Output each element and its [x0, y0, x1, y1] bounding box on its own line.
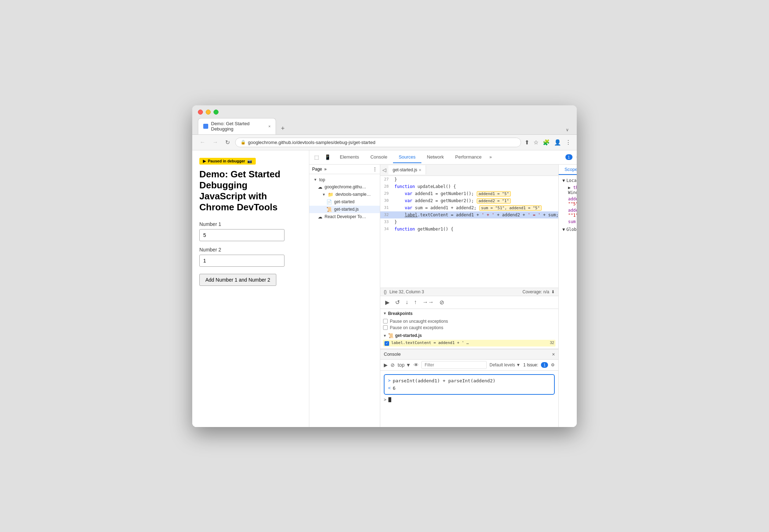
- tree-item-devtools-sample[interactable]: ▼ 📁 devtools-sample…: [309, 191, 380, 198]
- code-line-33: 33 }: [380, 218, 558, 226]
- device-toolbar-icon[interactable]: 📱: [322, 153, 333, 161]
- tab-performance[interactable]: Performance: [449, 151, 487, 163]
- tree-item-top[interactable]: ▼ top: [309, 176, 380, 183]
- braces-icon[interactable]: {}: [384, 289, 387, 294]
- browser-tab-active[interactable]: Demo: Get Started Debugging ×: [198, 118, 276, 134]
- tree-item-github[interactable]: ☁ googlechrome.githu…: [309, 183, 380, 191]
- bp-caught-checkbox[interactable]: [383, 325, 388, 330]
- traffic-light-red[interactable]: [198, 110, 203, 115]
- paused-play-icon: ▶: [203, 159, 206, 164]
- step-over-button[interactable]: ↺: [394, 298, 401, 306]
- address-field[interactable]: 🔒 googlechrome.github.io/devtools-sample…: [235, 138, 521, 147]
- bp-uncaught-label: Pause on uncaught exceptions: [390, 319, 448, 324]
- console-eye-icon[interactable]: 👁: [414, 362, 419, 368]
- code-tab-close[interactable]: ✕: [419, 168, 421, 172]
- tree-item-react[interactable]: ☁ React Developer To…: [309, 213, 380, 221]
- scope-tabs: Scope Watch: [559, 165, 577, 175]
- scope-global-header[interactable]: ▼ Global Window: [562, 227, 577, 232]
- step-button[interactable]: →→: [421, 298, 435, 306]
- console-context-label: top: [398, 362, 404, 368]
- settings-icon[interactable]: ⚙: [574, 153, 577, 162]
- console-block-icon[interactable]: ⊘: [391, 362, 395, 368]
- tab-elements[interactable]: Elements: [334, 151, 365, 163]
- console-filter-input[interactable]: [421, 361, 487, 369]
- scope-addend2-item: addend2 : "1": [562, 207, 577, 218]
- address-text: googlechrome.github.io/devtools-samples/…: [248, 140, 375, 145]
- bp-arrow-icon[interactable]: ▼: [383, 311, 387, 315]
- breakpoints-panel: ▼ Breakpoints Pause on uncaught exceptio…: [380, 309, 558, 349]
- sources-more-button[interactable]: »: [324, 167, 327, 172]
- console-cmd-entry: > parseInt(addend1) + parseInt(addend2): [388, 377, 551, 384]
- devtools-topbar: ⬚ 📱 Elements Console Sources Network Per…: [309, 150, 577, 165]
- bp-caught-label: Pause on caught exceptions: [390, 325, 443, 330]
- scope-tab-scope[interactable]: Scope: [559, 165, 577, 175]
- share-icon[interactable]: ⬆: [525, 139, 529, 146]
- bp-file-arrow-icon[interactable]: ▼: [383, 334, 387, 338]
- inspector-icon[interactable]: ⬚: [312, 153, 321, 161]
- tab-close-button[interactable]: ×: [269, 124, 271, 128]
- console-default-levels[interactable]: Default levels ▼: [489, 362, 520, 367]
- bp-caught[interactable]: Pause on caught exceptions: [383, 325, 555, 331]
- bp-file-entry[interactable]: label.textContent = addend1 + ' … 32: [383, 340, 555, 347]
- page-label[interactable]: Page: [312, 167, 322, 172]
- extensions-icon[interactable]: 🧩: [543, 139, 550, 146]
- code-line-34: 34 function getNumber1() {: [380, 226, 558, 233]
- code-tab-getstarted-js[interactable]: get-started.js ✕: [388, 165, 426, 174]
- webpage-panel: ▶ Paused in debugger 📷 Demo: Get Started…: [192, 150, 309, 427]
- code-tab-filename: get-started.js: [393, 167, 417, 172]
- tab-network[interactable]: Network: [421, 151, 450, 163]
- tree-getstartedjs-label: get-started.js: [334, 207, 359, 212]
- breakpoints-title: Breakpoints: [388, 311, 413, 316]
- scope-local-header[interactable]: ▼ Local: [562, 178, 577, 183]
- code-nav-left[interactable]: ◁: [380, 166, 388, 174]
- step-into-button[interactable]: ↓: [404, 298, 410, 306]
- console-input-row[interactable]: >: [384, 396, 555, 403]
- console-close-button[interactable]: ×: [552, 351, 555, 357]
- step-out-button[interactable]: ↑: [413, 298, 418, 306]
- number2-label: Number 2: [199, 247, 302, 253]
- console-context-selector[interactable]: top ▼: [398, 362, 411, 368]
- scope-sum-item: sum : "51": [562, 218, 577, 225]
- devtools-panel: ⬚ 📱 Elements Console Sources Network Per…: [309, 150, 577, 427]
- tab-console[interactable]: Console: [365, 151, 393, 163]
- bp-uncaught-checkbox[interactable]: [383, 319, 388, 323]
- console-issue-badge: 1: [541, 362, 548, 368]
- traffic-light-green[interactable]: [214, 110, 218, 115]
- console-issue-count[interactable]: 1 Issue: 1: [523, 362, 548, 368]
- traffic-light-yellow[interactable]: [206, 110, 211, 115]
- code-area[interactable]: 27 } 28 function updateLabel() { 29 var …: [380, 176, 558, 288]
- tab-menu-button[interactable]: ∨: [564, 125, 571, 134]
- console-resume-icon[interactable]: ▶: [384, 362, 388, 368]
- code-line-29: 29 var addend1 = getNumber1();addend1 = …: [380, 190, 558, 197]
- code-editor-area: ◁ get-started.js ✕ 27 } 28: [380, 165, 559, 427]
- sources-dots-button[interactable]: ⋮: [373, 167, 377, 172]
- refresh-button[interactable]: ↻: [223, 138, 232, 146]
- console-result-value: 6: [393, 386, 395, 391]
- back-button[interactable]: ←: [198, 138, 207, 146]
- tab-sources[interactable]: Sources: [393, 151, 421, 163]
- profile-icon[interactable]: 👤: [554, 139, 561, 146]
- deactivate-button[interactable]: ⊘: [438, 298, 446, 306]
- new-tab-button[interactable]: +: [277, 123, 288, 134]
- address-bar: ← → ↻ 🔒 googlechrome.github.io/devtools-…: [192, 135, 577, 150]
- console-gear-icon[interactable]: ⚙: [551, 362, 555, 367]
- bp-uncaught[interactable]: Pause on uncaught exceptions: [383, 318, 555, 325]
- lock-icon: 🔒: [240, 140, 246, 145]
- tree-top-label: top: [319, 177, 325, 182]
- add-button[interactable]: Add Number 1 and Number 2: [199, 274, 276, 286]
- coverage-icon[interactable]: ⬇: [551, 289, 555, 294]
- resume-button[interactable]: ▶: [384, 298, 391, 306]
- issue-badge[interactable]: 1: [565, 154, 572, 160]
- more-tabs-button[interactable]: »: [487, 153, 494, 161]
- bp-checked-icon[interactable]: [384, 341, 389, 346]
- forward-button[interactable]: →: [211, 138, 220, 146]
- number2-input[interactable]: [199, 255, 284, 267]
- tree-item-get-started-js[interactable]: 📜 get-started.js: [309, 206, 380, 213]
- sources-sidebar-header: Page » ⋮: [309, 165, 380, 174]
- bookmark-icon[interactable]: ☆: [533, 139, 538, 146]
- scope-this-item: ▶ this : Window: [562, 184, 577, 196]
- console-cursor: [388, 397, 391, 402]
- tree-item-get-started[interactable]: 📄 get-started: [309, 198, 380, 206]
- menu-dots-icon[interactable]: ⋮: [565, 139, 571, 146]
- number1-input[interactable]: [199, 229, 284, 241]
